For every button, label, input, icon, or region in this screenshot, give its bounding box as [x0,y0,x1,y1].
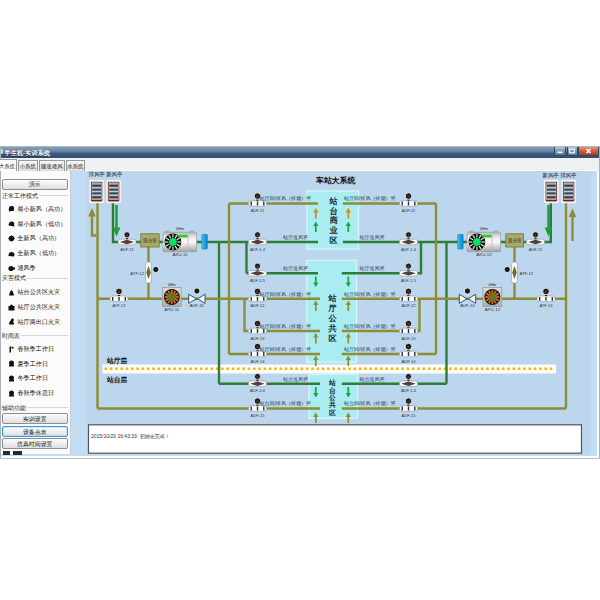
svg-text:站厅回/排风（排烟）管: 站厅回/排风（排烟）管 [344,291,395,298]
svg-text:业: 业 [328,226,338,235]
svg-text:0Hz: 0Hz [480,226,488,231]
svg-text:站厅回/排风（排烟）管: 站厅回/排风（排烟）管 [344,323,395,330]
svg-text:ADF-11: ADF-11 [251,208,265,213]
svg-text:站厅回/排风（排烟）管: 站厅回/排风（排烟）管 [344,195,395,202]
svg-text:ADF-1-5: ADF-1-5 [250,278,266,283]
svg-text:站厅送风管: 站厅送风管 [283,234,308,241]
svg-text:站台回/排风（排烟）管: 站台回/排风（排烟）管 [260,400,311,407]
svg-text:站台层: 站台层 [106,376,128,384]
svg-text:站台送风管: 站台送风管 [360,376,385,383]
svg-text:站厅回/排风（排烟）管: 站厅回/排风（排烟）管 [260,323,311,330]
svg-text:站厅送风管: 站厅送风管 [360,265,385,272]
svg-text:站台送风管: 站台送风管 [283,376,308,383]
svg-text:ATF-13: ATF-13 [112,303,126,308]
svg-text:0Hz: 0Hz [176,226,184,231]
svg-text:公: 公 [327,314,337,323]
svg-text:ADF-1-6: ADF-1-6 [250,388,266,393]
svg-text:0Hz: 0Hz [168,282,176,287]
svg-text:车站大系统: 车站大系统 [315,176,356,185]
svg-text:ATF-13: ATF-13 [539,303,553,308]
svg-text:ADF-11: ADF-11 [529,247,543,252]
svg-text:ADF-11: ADF-11 [120,247,134,252]
svg-text:站厅回/排风（排烟）管: 站厅回/排风（排烟）管 [344,346,395,353]
svg-text:ADF-14: ADF-14 [251,359,266,364]
svg-text:站厅送风管: 站厅送风管 [283,265,308,272]
svg-text:ATF-12: ATF-12 [130,271,144,276]
svg-text:ADF-15: ADF-15 [402,413,417,418]
svg-text:站厅回/排风（排烟）管: 站厅回/排风（排烟）管 [260,291,311,298]
svg-text:共: 共 [327,324,337,333]
svg-text:AVF-12: AVF-12 [460,303,475,308]
svg-text:站厅回/排风（排烟）管: 站厅回/排风（排烟）管 [260,195,311,202]
svg-text:ADF-13: ADF-13 [402,336,417,341]
svg-text:站: 站 [328,197,337,206]
svg-text:台: 台 [329,206,337,216]
svg-text:站: 站 [327,294,336,303]
svg-text:AKU-11: AKU-11 [172,252,188,257]
svg-text:排风亭 新风亭: 排风亭 新风亭 [89,171,123,177]
svg-text:站厅回/排风（排烟）管: 站厅回/排风（排烟）管 [260,346,311,353]
svg-text:ADF-12: ADF-12 [251,303,266,308]
svg-text:站厅层: 站厅层 [106,357,128,365]
svg-text:ADF-1-4: ADF-1-4 [250,247,266,252]
svg-text:ADF-14: ADF-14 [402,359,417,364]
svg-text:混合室: 混合室 [508,237,522,244]
svg-text:厅: 厅 [327,304,336,313]
svg-text:ADF-15: ADF-15 [251,413,266,418]
svg-text:2015/10/20 16:43:33: 初始化完成！: 2015/10/20 16:43:33: 初始化完成！ [91,433,170,440]
svg-text:ADF-12: ADF-12 [402,303,417,308]
svg-text:区: 区 [329,236,337,245]
svg-text:AKU-12: AKU-12 [476,252,492,257]
svg-text:AVF-11: AVF-11 [190,303,205,308]
svg-text:区: 区 [328,334,336,343]
svg-text:ADF-11: ADF-11 [402,208,416,213]
svg-text:ADF-1-6: ADF-1-6 [401,388,417,393]
svg-text:ADF-1-5: ADF-1-5 [401,278,417,283]
svg-text:混合室: 混合室 [143,237,157,244]
svg-text:ATF-12: ATF-12 [520,271,534,276]
svg-text:商: 商 [329,215,338,225]
svg-text:站厅送风管: 站厅送风管 [360,234,385,241]
svg-text:区: 区 [329,409,336,416]
svg-text:APU-12: APU-12 [485,307,501,312]
svg-text:新风亭 排风亭: 新风亭 排风亭 [543,172,577,178]
svg-text:0Hz: 0Hz [488,282,496,287]
svg-text:ADF-13: ADF-13 [251,336,266,341]
svg-text:ADF-1-4: ADF-1-4 [401,247,417,252]
svg-text:APU-11: APU-11 [164,307,180,312]
svg-text:站台回/排风（排烟）管: 站台回/排风（排烟）管 [344,400,395,407]
